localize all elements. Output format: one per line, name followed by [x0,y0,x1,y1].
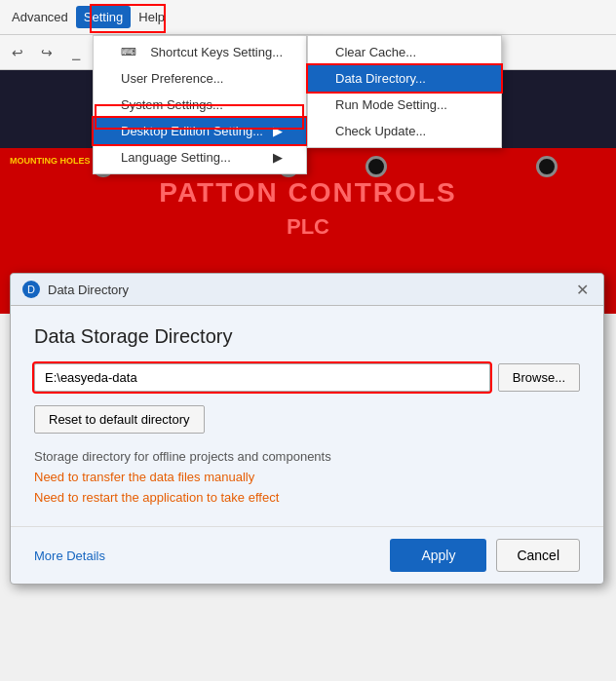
desktop-edition-label: Desktop Edition Setting... [121,124,263,138]
footer-buttons: Apply Cancel [390,539,580,572]
modal-header: D Data Directory ✕ [11,274,603,306]
language-arrow: ▶ [273,150,283,165]
apply-button[interactable]: Apply [390,539,486,572]
system-settings-label: System Settings... [121,97,223,112]
user-pref-label: User Preference... [121,71,224,86]
clear-cache-item[interactable]: Clear Cache... [308,39,501,65]
directory-row: Browse... [34,363,580,392]
toolbar-redo[interactable]: ↪ [33,39,60,66]
shortcut-keys-label: Shortcut Keys Setting... [150,45,283,59]
mounting-label: MOUNTING HOLES → [10,156,101,166]
shortcut-keys-item[interactable]: ⌨ Shortcut Keys Setting... [94,39,306,65]
menu-help[interactable]: Help [131,6,173,28]
run-mode-label: Run Mode Setting... [335,97,447,112]
data-directory-item[interactable]: Data Directory... [308,65,501,92]
check-update-label: Check Update... [335,124,426,138]
data-directory-label: Data Directory... [335,71,426,86]
cancel-button[interactable]: Cancel [496,539,580,572]
modal-title-row: D Data Directory [22,281,129,298]
desktop-submenu: Clear Cache... Data Directory... Run Mod… [307,35,502,148]
language-label: Language Setting... [121,150,231,165]
modal-overlay: D Data Directory ✕ Data Storage Director… [0,273,616,681]
user-preference-item[interactable]: User Preference... [94,65,306,92]
browse-button[interactable]: Browse... [498,363,580,392]
data-directory-modal: D Data Directory ✕ Data Storage Director… [10,273,604,585]
info-text-1: Storage directory for offline projects a… [34,449,580,464]
run-mode-item[interactable]: Run Mode Setting... [308,92,501,118]
language-setting-item[interactable]: Language Setting... ▶ [94,144,306,170]
setting-dropdown: ⌨ Shortcut Keys Setting... User Preferen… [93,35,307,174]
modal-icon: D [22,281,40,298]
modal-body: Data Storage Directory Browse... Reset t… [11,306,603,526]
desktop-edition-item[interactable]: Desktop Edition Setting... ▶ [94,118,306,144]
menu-bar: Advanced Setting Help [0,0,616,35]
toolbar-undo[interactable]: ↩ [4,39,31,66]
menu-setting[interactable]: Setting [76,6,131,28]
board-name: PATTON CONTROLS [0,177,616,208]
pcb-hole-3 [366,156,387,177]
shortcut-icon: ⌨ [121,46,136,58]
system-settings-item[interactable]: System Settings... [94,92,306,118]
warning-text-1: Need to transfer the data files manually [34,470,580,484]
menu-advanced[interactable]: Advanced [4,6,76,28]
modal-heading: Data Storage Directory [34,325,580,348]
modal-close-button[interactable]: ✕ [572,280,592,299]
reset-directory-button[interactable]: Reset to default directory [34,405,205,434]
board-name2: PLC [0,214,616,240]
more-details-link[interactable]: More Details [34,549,105,563]
modal-footer: More Details Apply Cancel [11,526,603,584]
desktop-edition-arrow: ▶ [273,124,283,138]
warning-text-2: Need to restart the application to take … [34,490,580,505]
check-update-item[interactable]: Check Update... [308,118,501,144]
modal-title: Data Directory [48,283,129,297]
clear-cache-label: Clear Cache... [335,45,416,59]
pcb-hole-4 [536,156,558,177]
toolbar-action1[interactable]: ⎯ [62,39,90,66]
directory-input[interactable] [34,363,490,392]
